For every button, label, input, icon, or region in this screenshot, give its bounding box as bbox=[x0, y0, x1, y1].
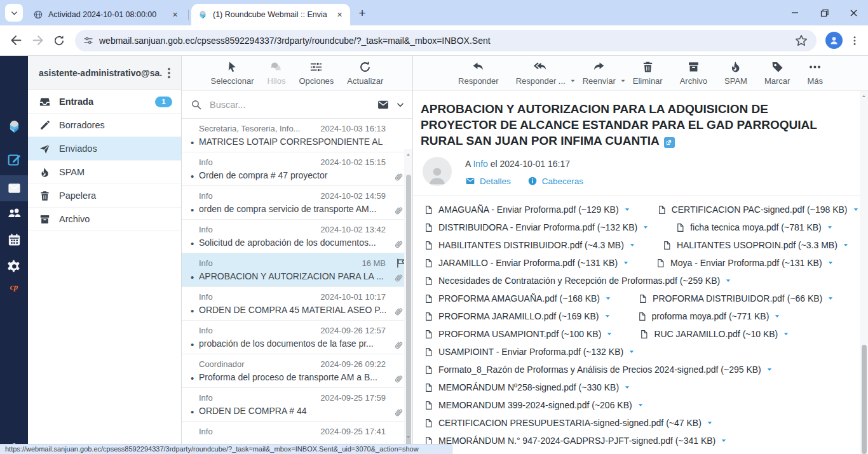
dropdown-caret-icon[interactable] bbox=[570, 75, 576, 81]
rail-contacts-button[interactable] bbox=[0, 206, 28, 220]
message-row[interactable]: Info2024-09-25 17:59•ORDEN DE COMPRA # 4… bbox=[182, 388, 412, 422]
message-row[interactable]: Coordinador2024-09-26 09:22•Proforma del… bbox=[182, 354, 412, 388]
browser-menu-button[interactable] bbox=[846, 32, 863, 49]
scroll-down-icon[interactable] bbox=[405, 434, 411, 440]
attachment-menu-caret-icon[interactable] bbox=[725, 277, 731, 284]
attachment-item[interactable]: proforma moya.pdf (~771 KB) bbox=[637, 311, 781, 322]
attachment-item[interactable]: HALITANTES USOPROIN.pdf (~3.3 MB) bbox=[662, 240, 849, 251]
attachment-item[interactable]: JARAMILLO - Enviar Proforma.pdf (~131 KB… bbox=[424, 258, 629, 269]
list-scrollbar[interactable] bbox=[404, 149, 412, 454]
message-row[interactable]: Info2024-10-01 10:17•ORDEN DE COMPRA 45 … bbox=[182, 287, 412, 321]
attachment-item[interactable]: HABILITANTES DISTRIBUIDOR.pdf (~4.3 MB) bbox=[424, 240, 635, 251]
folder-item-borradores[interactable]: Borradores bbox=[28, 114, 181, 137]
browser-tab-activity[interactable]: Actividad 2024-10-01 08:00:00 × bbox=[27, 4, 186, 25]
refresh-button[interactable]: Actualizar bbox=[347, 60, 383, 86]
detalles-button[interactable]: Detalles bbox=[465, 176, 511, 186]
attachment-menu-caret-icon[interactable] bbox=[721, 437, 727, 444]
attachment-menu-caret-icon[interactable] bbox=[827, 260, 834, 266]
scrollbar-thumb[interactable] bbox=[862, 345, 867, 454]
folder-item-spam[interactable]: SPAM bbox=[28, 161, 181, 184]
attachment-menu-caret-icon[interactable] bbox=[624, 206, 630, 213]
rail-settings-button[interactable] bbox=[0, 259, 28, 274]
scroll-up-icon[interactable] bbox=[405, 152, 411, 157]
attachment-item[interactable]: Necesidades de Contratación y Recepción … bbox=[424, 276, 731, 286]
attachment-menu-caret-icon[interactable] bbox=[623, 260, 629, 266]
cursor-button[interactable]: Seleccionar bbox=[211, 60, 254, 86]
folder-item-archivo[interactable]: Archivo bbox=[28, 208, 181, 231]
attachment-menu-caret-icon[interactable] bbox=[766, 366, 773, 373]
attachment-item[interactable]: CERTIFICACION PAC-signed.pdf (~198 KB) bbox=[657, 204, 859, 215]
folder-item-enviados[interactable]: Enviados bbox=[28, 137, 181, 161]
forward-button[interactable] bbox=[27, 30, 48, 51]
attachment-menu-caret-icon[interactable] bbox=[604, 313, 611, 319]
attachment-menu-caret-icon[interactable] bbox=[637, 402, 644, 408]
attachment-menu-caret-icon[interactable] bbox=[827, 224, 833, 230]
close-window-button[interactable] bbox=[839, 0, 868, 25]
tab-search-button[interactable] bbox=[5, 4, 23, 22]
attachment-item[interactable]: MEMORÁNDUM N.° 947-2024-GADPRSJ-PJFT-sig… bbox=[424, 436, 727, 446]
rail-compose-button[interactable] bbox=[0, 152, 28, 167]
attachment-menu-caret-icon[interactable] bbox=[707, 420, 713, 426]
account-header[interactable]: asistente-administrativo@sa... bbox=[28, 56, 181, 90]
message-row[interactable]: Info2024-10-02 15:15•Orden de compra # 4… bbox=[182, 152, 412, 186]
attachment-item[interactable]: PROFORMA DISTRIBUIDOR.pdf (~66 KB) bbox=[638, 293, 834, 304]
browser-tab-roundcube[interactable]: (1) Roundcube Webmail :: Envia × bbox=[191, 4, 350, 25]
dropdown-caret-icon[interactable] bbox=[620, 75, 626, 81]
kebab-menu-icon[interactable] bbox=[162, 66, 176, 80]
attachment-item[interactable]: PROFORMA AMAGUAÑA.pdf (~168 KB) bbox=[424, 293, 611, 304]
attachment-item[interactable]: MEMORÁNDUM Nº258-signed.pdf (~330 KB) bbox=[424, 382, 630, 393]
folder-item-papelera[interactable]: Papelera bbox=[28, 184, 181, 208]
rail-calendar-button[interactable] bbox=[0, 232, 28, 247]
open-in-new-window-icon[interactable] bbox=[664, 137, 675, 148]
attachment-menu-caret-icon[interactable] bbox=[774, 313, 780, 319]
reply-button[interactable]: Responder bbox=[458, 60, 499, 86]
rail-cpanel-button[interactable]: cp bbox=[0, 282, 28, 292]
browser-profile-avatar[interactable] bbox=[825, 32, 843, 49]
attachment-menu-caret-icon[interactable] bbox=[628, 349, 635, 355]
attachment-item[interactable]: PROFORMA USAMPIONT.pdf (~100 KB) bbox=[424, 329, 613, 340]
threads-button[interactable]: Hilos bbox=[268, 60, 286, 86]
rail-mail-button[interactable] bbox=[0, 175, 28, 201]
message-row-selected[interactable]: Info16 MB•APROBACION Y AUTORIZACION PARA… bbox=[182, 253, 412, 287]
bookmark-star-icon[interactable] bbox=[794, 33, 809, 48]
attachment-menu-caret-icon[interactable] bbox=[606, 331, 613, 337]
attachment-item[interactable]: Moya - Enviar Proforma.pdf (~131 KB) bbox=[656, 258, 834, 269]
trash-button[interactable]: Eliminar bbox=[633, 60, 663, 86]
rail-roundcube-logo-button[interactable] bbox=[0, 119, 28, 134]
recipient-link[interactable]: Info bbox=[473, 159, 487, 169]
tab-close-icon[interactable]: × bbox=[334, 10, 345, 20]
attachment-item[interactable]: ficha tecnica moya.pdf (~781 KB) bbox=[675, 222, 833, 233]
reader-scrollbar[interactable] bbox=[860, 91, 868, 454]
cabeceras-button[interactable]: Cabeceras bbox=[527, 176, 583, 186]
attachment-item[interactable]: Formato_8_Razón de Proformas y Análisis … bbox=[424, 364, 773, 375]
message-row[interactable]: Info2024-10-02 13:42•Solicitud de aproba… bbox=[182, 220, 412, 253]
attachment-menu-caret-icon[interactable] bbox=[843, 242, 849, 248]
reload-button[interactable] bbox=[48, 30, 70, 51]
attachment-menu-caret-icon[interactable] bbox=[642, 224, 649, 230]
message-row[interactable]: Info2024-09-26 12:57•probación de los do… bbox=[182, 321, 412, 354]
back-button[interactable] bbox=[5, 30, 27, 51]
attachment-item[interactable]: DISTRIBUIDORA - Enviar Proforma.pdf (~13… bbox=[424, 222, 649, 233]
attachment-item[interactable]: MEMORANDUM 399-2024-signed.pdf (~206 KB) bbox=[424, 400, 644, 411]
tab-close-icon[interactable]: × bbox=[170, 10, 180, 20]
attachment-menu-caret-icon[interactable] bbox=[853, 206, 859, 213]
message-row[interactable]: Secretaria, Tesoreria, Info...2024-10-03… bbox=[182, 119, 412, 152]
url-text[interactable]: webmail.sanjuan.gob.ec/cpsess8592294337/… bbox=[99, 36, 794, 46]
attachment-item[interactable]: USAMPIOINT - Enviar Proforma.pdf (~132 K… bbox=[424, 347, 635, 357]
search-options-chevron-icon[interactable] bbox=[396, 100, 405, 109]
new-tab-button[interactable]: + bbox=[354, 5, 370, 22]
attachment-item[interactable]: AMAGUAÑA - Enviar Proforma.pdf (~129 KB) bbox=[424, 204, 630, 215]
attachment-menu-caret-icon[interactable] bbox=[629, 242, 635, 248]
reply-all-button[interactable]: Responder ... bbox=[516, 60, 566, 86]
scroll-up-icon[interactable] bbox=[861, 93, 867, 99]
attachment-item[interactable]: CERTIFICACION PRESUPUESTARIA-signed-sign… bbox=[424, 418, 713, 429]
folder-item-entrada[interactable]: Entrada1 bbox=[28, 90, 181, 114]
tag-button[interactable]: Marcar bbox=[764, 60, 790, 86]
site-settings-icon[interactable] bbox=[83, 35, 94, 46]
address-bar[interactable]: webmail.sanjuan.gob.ec/cpsess8592294337/… bbox=[75, 30, 817, 51]
message-row[interactable]: Info2024-10-02 14:59•orden de compra ser… bbox=[182, 186, 412, 220]
sliders-button[interactable]: Opciones bbox=[299, 60, 334, 86]
attachment-menu-caret-icon[interactable] bbox=[783, 331, 789, 337]
attachment-menu-caret-icon[interactable] bbox=[624, 384, 630, 391]
archive-button[interactable]: Archivo bbox=[680, 60, 707, 86]
